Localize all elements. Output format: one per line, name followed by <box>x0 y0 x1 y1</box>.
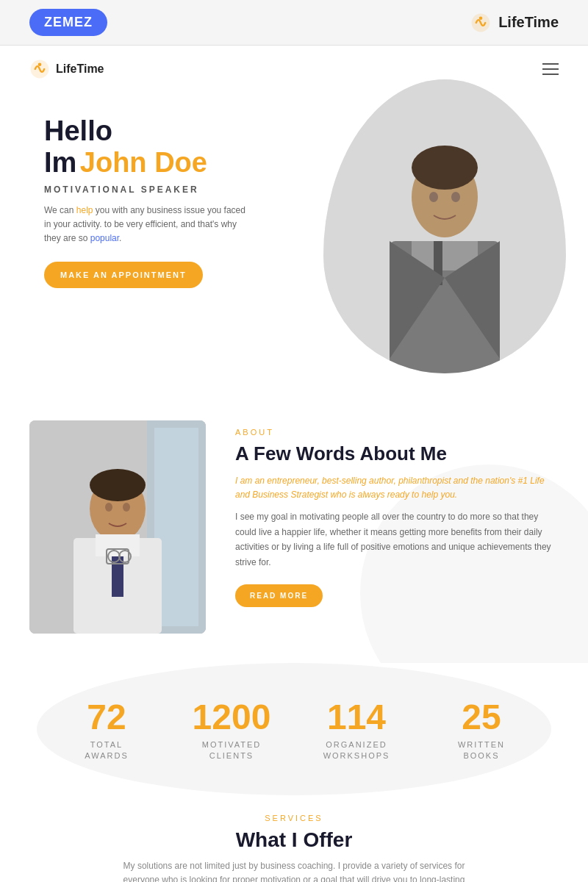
svg-point-1 <box>479 16 483 20</box>
stat-label: MOTIVATEDCLIENTS <box>202 739 262 762</box>
stat-item: 72 TOTALAWARDS <box>44 700 169 762</box>
services-label: SERVICES <box>29 814 559 822</box>
svg-rect-23 <box>96 534 140 556</box>
stat-item: 25 WRITTENBOOKS <box>419 700 544 762</box>
hero-name: John Doe <box>80 147 207 178</box>
stat-item: 114 OrganizedWorkshops <box>294 700 419 762</box>
top-brand-name: LifeTime <box>498 14 559 31</box>
hero-nav-logo-icon <box>29 59 50 79</box>
hero-content: Hello Im John Doe MOTIVATIONAL SPEAKER W… <box>0 79 588 318</box>
hero-hello: Hello <box>44 116 559 147</box>
svg-point-24 <box>105 503 112 512</box>
svg-point-25 <box>123 503 130 512</box>
hero-section: LifeTime Hello Im John Doe MOTIVATIONAL … <box>0 46 588 398</box>
stat-item: 1200 MOTIVATEDCLIENTS <box>169 700 294 762</box>
stat-label: OrganizedWorkshops <box>323 739 390 762</box>
stat-number: 114 <box>327 700 386 735</box>
about-intro: I am an entrepreneur, best-selling autho… <box>235 474 559 502</box>
stat-number: 25 <box>462 700 501 735</box>
svg-point-3 <box>38 62 42 66</box>
top-bar: ZEMEZ LifeTime <box>0 0 588 46</box>
hero-subtitle: MOTIVATIONAL SPEAKER <box>44 184 559 195</box>
cta-button[interactable]: MAKE AN APPOINTMENT <box>44 262 203 288</box>
stat-label: WRITTENBOOKS <box>458 739 505 762</box>
hero-nav-brand-name: LifeTime <box>56 62 104 76</box>
top-brand: LifeTime <box>470 12 559 33</box>
read-more-button[interactable]: READ MORE <box>235 584 323 607</box>
lifetime-logo-icon <box>470 12 491 33</box>
services-title: What I Offer <box>29 828 559 852</box>
services-desc: My solutions are not limited just by bus… <box>110 859 478 882</box>
hero-description: We can help you with any business issue … <box>44 204 250 246</box>
stat-label: TOTALAWARDS <box>85 739 128 762</box>
hero-text: Hello Im John Doe MOTIVATIONAL SPEAKER W… <box>44 101 559 288</box>
zemez-logo[interactable]: ZEMEZ <box>29 9 107 36</box>
svg-point-22 <box>90 469 146 501</box>
about-desc: I see my goal in motivating people all o… <box>235 509 559 570</box>
about-image <box>29 420 206 634</box>
stats-section: 72 TOTALAWARDS 1200 MOTIVATEDCLIENTS 114… <box>0 663 588 799</box>
about-text: ABOUT A Few Words About Me I am an entre… <box>235 420 559 607</box>
hero-im: Im <box>44 147 76 178</box>
stats-grid: 72 TOTALAWARDS 1200 MOTIVATEDCLIENTS 114… <box>15 685 573 777</box>
about-label: ABOUT <box>235 428 559 437</box>
about-title: A Few Words About Me <box>235 442 559 465</box>
services-section: SERVICES What I Offer My solutions are n… <box>0 799 588 882</box>
stat-number: 72 <box>87 700 126 735</box>
about-section: ABOUT A Few Words About Me I am an entre… <box>0 398 588 663</box>
stat-number: 1200 <box>193 700 271 735</box>
about-person-image <box>29 420 206 634</box>
hero-nav-logo: LifeTime <box>29 59 104 79</box>
